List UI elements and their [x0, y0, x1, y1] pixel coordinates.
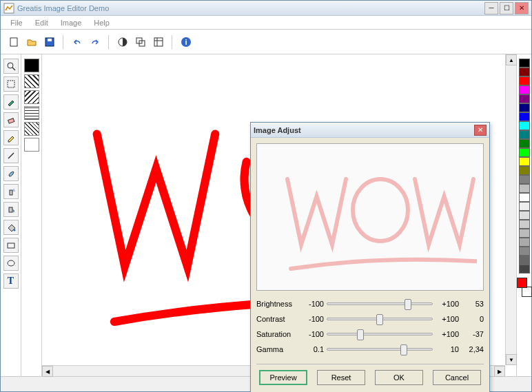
color-swatch[interactable]	[519, 238, 530, 247]
scroll-right-icon[interactable]: ▶	[494, 366, 505, 377]
color-swatch[interactable]	[519, 103, 530, 112]
slider-label: Gamma	[256, 345, 302, 353]
ellipse-tool-icon[interactable]	[3, 256, 19, 271]
color-swatch[interactable]	[519, 112, 530, 121]
close-button[interactable]: ✕	[515, 2, 529, 14]
ok-button[interactable]: OK	[375, 370, 423, 385]
svg-rect-12	[8, 81, 14, 87]
color-swatch[interactable]	[519, 229, 530, 238]
slider-thumb[interactable]	[376, 314, 383, 325]
pattern-hatch[interactable]	[24, 122, 39, 136]
color-swatch[interactable]	[519, 130, 530, 139]
pattern-solid[interactable]	[24, 59, 39, 72]
scrollbar-vertical[interactable]: ▲ ▼	[505, 54, 516, 365]
slider-label: Brightness	[256, 300, 302, 308]
rect-tool-icon[interactable]	[3, 238, 19, 253]
maximize-button[interactable]: ☐	[500, 2, 513, 14]
minimize-button[interactable]: ─	[484, 2, 498, 14]
slider-track[interactable]	[327, 313, 433, 325]
pattern-diag1[interactable]	[24, 74, 39, 88]
toolbar: i	[1, 30, 531, 54]
color-swatch[interactable]	[519, 157, 530, 166]
picker-tool-icon[interactable]	[3, 94, 19, 110]
color-swatch[interactable]	[519, 184, 530, 193]
eraser-tool-icon[interactable]	[3, 112, 19, 127]
current-colors[interactable]	[517, 278, 532, 297]
color-swatch[interactable]	[519, 202, 530, 211]
foreground-color[interactable]	[517, 278, 527, 288]
reset-button[interactable]: Reset	[317, 370, 365, 385]
resize-icon[interactable]	[133, 34, 148, 50]
color-swatch[interactable]	[519, 265, 530, 274]
menu-edit[interactable]: Edit	[30, 17, 54, 28]
dialog-titlebar[interactable]: Image Adjust ✕	[251, 123, 489, 138]
undo-icon[interactable]	[70, 34, 85, 50]
fill-tool-icon[interactable]	[3, 202, 19, 217]
background-color[interactable]	[522, 287, 532, 297]
marquee-tool-icon[interactable]	[3, 76, 19, 92]
slider-track[interactable]	[327, 328, 433, 340]
contrast-icon[interactable]	[115, 34, 130, 50]
zoom-tool-icon[interactable]	[3, 59, 19, 74]
svg-line-14	[8, 153, 14, 158]
titlebar[interactable]: Greatis Image Editor Demo ─ ☐ ✕	[1, 1, 531, 16]
text-tool-icon[interactable]: T	[3, 274, 19, 289]
menu-image[interactable]: Image	[55, 17, 88, 28]
app-window: Greatis Image Editor Demo ─ ☐ ✕ File Edi…	[0, 0, 532, 392]
info-icon[interactable]: i	[178, 34, 194, 50]
color-swatch[interactable]	[519, 148, 530, 157]
slider-track[interactable]	[327, 298, 433, 310]
color-swatch[interactable]	[519, 220, 530, 229]
flood-tool-icon[interactable]	[3, 220, 19, 235]
slider-max: +100	[433, 330, 462, 338]
menu-file[interactable]: File	[5, 17, 28, 28]
redo-icon[interactable]	[88, 34, 103, 50]
preview-button[interactable]: Preview	[259, 370, 307, 385]
color-swatch[interactable]	[519, 175, 530, 184]
brush-tool-icon[interactable]	[3, 166, 19, 181]
spray-tool-icon[interactable]	[3, 184, 19, 199]
pattern-none[interactable]	[24, 138, 39, 152]
slider-thumb[interactable]	[405, 299, 411, 310]
image-adjust-dialog: Image Adjust ✕	[250, 122, 490, 392]
crop-icon[interactable]	[151, 34, 166, 50]
color-swatch[interactable]	[519, 76, 530, 85]
slider-thumb[interactable]	[357, 329, 364, 340]
color-swatch[interactable]	[519, 68, 530, 76]
scroll-down-icon[interactable]: ▼	[506, 354, 517, 365]
color-swatch[interactable]	[519, 211, 530, 220]
slider-thumb[interactable]	[400, 344, 407, 355]
slider-track[interactable]	[327, 343, 433, 355]
color-swatch[interactable]	[519, 139, 530, 148]
slider-value: -37	[462, 330, 484, 338]
pattern-grid[interactable]	[24, 106, 39, 120]
scroll-up-icon[interactable]: ▲	[506, 54, 517, 65]
titlebar-text: Greatis Image Editor Demo	[17, 4, 483, 12]
new-icon[interactable]	[6, 34, 21, 50]
line-tool-icon[interactable]	[3, 148, 19, 163]
slider-label: Contrast	[256, 315, 302, 323]
pattern-palette	[21, 54, 42, 376]
color-swatch[interactable]	[519, 256, 530, 265]
cancel-button[interactable]: Cancel	[433, 370, 481, 385]
color-swatch[interactable]	[519, 247, 530, 256]
color-swatch[interactable]	[519, 59, 530, 68]
menu-help[interactable]: Help	[88, 17, 115, 28]
save-icon[interactable]	[42, 34, 57, 50]
slider-row-gamma: Gamma0.1102,34	[256, 342, 484, 357]
pattern-diag2[interactable]	[24, 90, 39, 104]
open-icon[interactable]	[24, 34, 39, 50]
color-palette	[516, 54, 531, 376]
slider-max: 10	[433, 345, 462, 353]
color-swatch[interactable]	[519, 193, 530, 202]
scroll-left-icon[interactable]: ◀	[42, 366, 53, 377]
pencil-tool-icon[interactable]	[3, 130, 19, 145]
slider-row-contrast: Contrast-100+1000	[256, 311, 484, 327]
color-swatch[interactable]	[519, 121, 530, 130]
slider-value: 0	[462, 315, 484, 323]
dialog-close-button[interactable]: ✕	[474, 125, 487, 136]
color-swatch[interactable]	[519, 85, 530, 94]
tool-palette: T	[1, 54, 21, 376]
color-swatch[interactable]	[519, 166, 530, 175]
color-swatch[interactable]	[519, 94, 530, 103]
